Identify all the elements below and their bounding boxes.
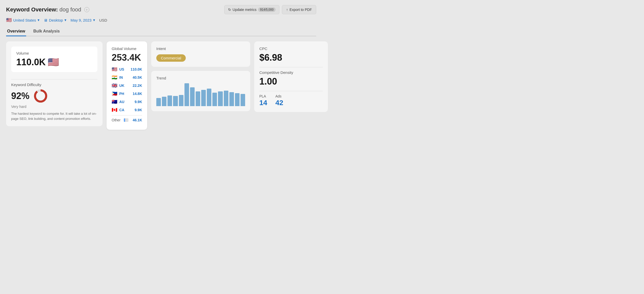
trend-chart: [156, 83, 245, 106]
trend-bar: [179, 95, 183, 106]
kd-value: 92%: [11, 91, 29, 101]
kd-sublabel: Very hard: [11, 105, 97, 109]
desktop-icon: 🖥: [44, 18, 47, 22]
intent-label: Intent: [156, 46, 245, 51]
device-label: Desktop: [49, 18, 63, 22]
trend-bar: [162, 97, 166, 106]
trend-bar: [224, 91, 228, 106]
tab-overview[interactable]: Overview: [6, 27, 26, 36]
trend-bar: [212, 93, 217, 106]
trend-label: Trend: [156, 76, 245, 80]
trend-bar: [184, 83, 189, 106]
header-left: Keyword Overview: dog food +: [6, 6, 89, 13]
cd-label: Competitive Density: [259, 70, 323, 75]
divider: [11, 79, 97, 79]
svg-point-1: [35, 90, 46, 102]
volume-flag: 🇺🇸: [48, 57, 59, 68]
trend-bar: [235, 93, 240, 106]
in-value: 40.5K: [130, 75, 142, 79]
ph-value: 14.8K: [130, 92, 142, 96]
other-label: Other: [112, 118, 122, 122]
ca-value: 9.9K: [130, 108, 142, 112]
ca-flag: 🇨🇦: [112, 107, 117, 113]
kd-donut-chart: [33, 89, 48, 103]
global-volume-value: 253.4K: [112, 52, 142, 63]
au-code: AU: [119, 100, 126, 104]
country-row-other: Other 46.1K: [112, 118, 142, 122]
ads-value: 42: [275, 99, 283, 107]
in-code: IN: [119, 75, 126, 79]
kd-label: Keyword Difficulty: [11, 83, 97, 87]
pla-ads-row: PLA 14 Ads 42: [259, 94, 323, 107]
country-row-in: 🇮🇳 IN 40.5K: [112, 75, 142, 80]
country-row-us: 🇺🇸 US 110.0K: [112, 67, 142, 72]
global-volume-label: Global Volume: [112, 46, 142, 51]
other-value: 46.1K: [130, 118, 142, 122]
cpc-value: $6.98: [259, 52, 323, 63]
volume-value: 110.0K 🇺🇸: [16, 57, 92, 68]
country-chevron-icon: ▾: [38, 18, 40, 22]
trend-bar: [190, 87, 195, 106]
trend-bar: [218, 91, 223, 106]
uk-flag: 🇬🇧: [112, 83, 117, 88]
device-chevron-icon: ▾: [64, 18, 66, 22]
ads-label: Ads: [275, 94, 283, 98]
trend-bar: [156, 98, 161, 106]
device-filter[interactable]: 🖥 Desktop ▾: [44, 18, 66, 22]
country-row-uk: 🇬🇧 UK 22.2K: [112, 83, 142, 88]
trend-card: Trend: [151, 71, 250, 111]
au-flag: 🇦🇺: [112, 99, 117, 105]
keyword-difficulty-section: Keyword Difficulty 92% Very hard The har…: [11, 83, 97, 121]
cpc-label: CPC: [259, 46, 323, 51]
country-flag: 🇺🇸: [6, 17, 12, 23]
ca-code: CA: [119, 108, 126, 112]
volume-label: Volume: [16, 51, 92, 55]
cpc-divider: [259, 67, 323, 67]
page-title: Keyword Overview: dog food: [6, 6, 81, 13]
update-metrics-button[interactable]: ↻ Update metrics 914/5,000: [224, 5, 280, 14]
country-label: United States: [13, 18, 36, 22]
pla-label: PLA: [259, 94, 267, 98]
date-label: May 9, 2023: [71, 18, 92, 22]
export-icon: ↑: [286, 8, 288, 12]
volume-kd-card: Volume 110.0K 🇺🇸 Keyword Difficulty 92%: [6, 41, 103, 126]
volume-section: Volume 110.0K 🇺🇸: [11, 46, 97, 72]
trend-bar: [207, 89, 211, 106]
kd-description: The hardest keyword to compete for. It w…: [11, 111, 97, 121]
in-flag: 🇮🇳: [112, 75, 117, 80]
trend-bar: [196, 91, 200, 106]
pla-value: 14: [259, 99, 267, 107]
cd-divider: [259, 91, 323, 91]
trend-bar: [201, 90, 206, 106]
us-code: US: [119, 67, 126, 71]
ph-code: PH: [119, 92, 126, 96]
pla-item: PLA 14: [259, 94, 267, 107]
tab-bulk-analysis[interactable]: Bulk Analysis: [32, 27, 61, 36]
kd-value-row: 92%: [11, 89, 97, 103]
date-chevron-icon: ▾: [93, 18, 95, 22]
tabs: Overview Bulk Analysis: [6, 27, 316, 36]
au-value: 9.9K: [130, 100, 142, 104]
trend-bar: [241, 94, 245, 106]
other-bar: [124, 118, 128, 122]
cards-grid: Volume 110.0K 🇺🇸 Keyword Difficulty 92%: [6, 41, 316, 130]
global-volume-card: Global Volume 253.4K 🇺🇸 US 110.0K 🇮🇳 IN …: [107, 41, 147, 130]
add-keyword-icon[interactable]: +: [84, 7, 89, 12]
country-filter[interactable]: 🇺🇸 United States ▾: [6, 17, 40, 23]
intent-card: Intent Commercial: [151, 41, 250, 67]
filter-bar: 🇺🇸 United States ▾ 🖥 Desktop ▾ May 9, 20…: [6, 17, 316, 23]
cpc-card: CPC $6.98 Competitive Density 1.00 PLA 1…: [254, 41, 328, 112]
ph-flag: 🇵🇭: [112, 91, 117, 96]
trend-bar: [173, 96, 178, 106]
country-divider: [112, 115, 142, 116]
page-header: Keyword Overview: dog food + ↻ Update me…: [6, 5, 316, 14]
refresh-icon: ↻: [228, 8, 231, 12]
export-pdf-button[interactable]: ↑ Export to PDF: [282, 5, 316, 14]
ads-item: Ads 42: [275, 94, 283, 107]
currency-label: USD: [99, 18, 107, 22]
country-row-au: 🇦🇺 AU 9.9K: [112, 99, 142, 105]
country-row-ca: 🇨🇦 CA 9.9K: [112, 107, 142, 113]
date-filter[interactable]: May 9, 2023 ▾: [71, 18, 95, 22]
trend-bar: [229, 92, 234, 106]
country-row-ph: 🇵🇭 PH 14.8K: [112, 91, 142, 96]
